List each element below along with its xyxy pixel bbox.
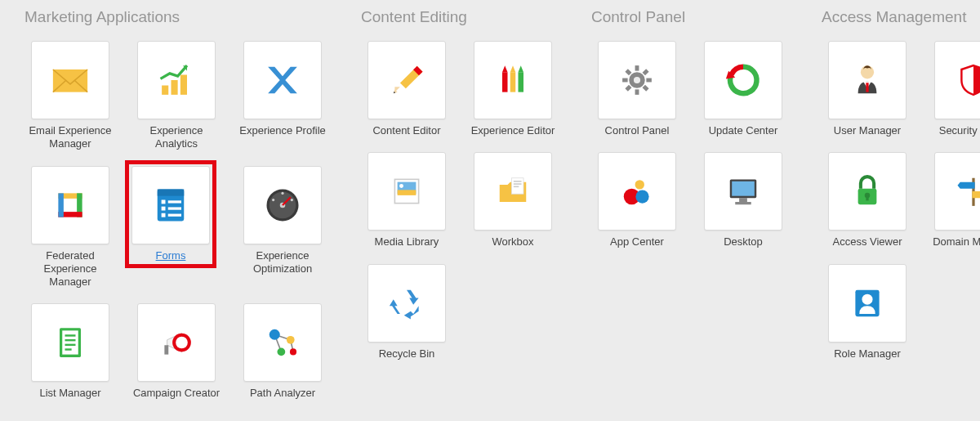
tile-box [598,41,676,119]
tile-desktop[interactable]: Desktop [697,152,789,249]
section-content-editing: Content Editing Content Editor Experienc… [361,8,559,401]
tile-label: Experience Analytics [131,124,222,151]
tile-label: List Manager [39,387,100,400]
svg-rect-13 [162,206,166,210]
tile-label: Federated Experience Manager [24,249,116,289]
tile-experience-optimization[interactable]: Experience Optimization [237,166,328,276]
tile-box [243,166,322,244]
tile-label: Role Manager [834,347,901,361]
tile-campaign-creator[interactable]: Campaign Creator [131,303,222,400]
tile-label: User Manager [834,124,901,137]
tile-label: App Center [610,235,664,249]
svg-rect-49 [519,72,524,92]
section-title-content-editing: Content Editing [361,8,559,26]
tile-box [704,152,782,231]
tile-box [368,264,446,343]
tile-box [474,152,552,231]
section-marketing: Marketing Applications Email Experience … [24,8,328,401]
svg-point-38 [278,348,286,356]
tile-domain-manager[interactable]: Domain Manager [928,152,980,249]
refresh-circle-icon [722,59,764,101]
tile-access-viewer[interactable]: Access Viewer [822,152,913,249]
svg-point-36 [270,329,280,340]
photo-icon [385,170,428,213]
tile-path-analyzer[interactable]: Path Analyzer [237,303,328,400]
svg-rect-75 [739,198,747,202]
svg-rect-62 [635,89,639,95]
svg-rect-64 [646,78,652,83]
svg-rect-12 [168,200,181,203]
tile-box [137,303,216,382]
tile-label: Workbox [492,235,533,249]
tile-label: Forms [156,249,186,262]
tile-user-manager[interactable]: User Manager [822,41,913,137]
tile-security-editor[interactable]: Security Editor [928,41,980,137]
svg-rect-81 [866,195,868,201]
x-profile-icon [261,59,304,101]
grid-control-panel: Control Panel Update Center App Center D… [591,41,789,249]
tile-forms[interactable]: Forms [125,160,216,268]
svg-point-22 [272,198,274,200]
tile-role-manager[interactable]: Role Manager [822,264,913,361]
svg-rect-15 [162,213,166,217]
svg-rect-11 [162,199,166,204]
tile-list-manager[interactable]: List Manager [24,303,116,400]
svg-rect-45 [502,72,508,92]
tile-label: Experience Optimization [237,249,328,276]
tile-box [704,41,782,119]
tile-box [131,166,210,244]
svg-rect-27 [65,339,76,341]
svg-rect-67 [643,69,649,75]
svg-rect-66 [643,85,649,92]
tile-media-library[interactable]: Media Library [361,152,452,249]
svg-point-31 [176,337,188,349]
tile-label: Desktop [724,235,763,249]
tile-experience-editor[interactable]: Experience Editor [467,41,559,137]
tile-control-panel[interactable]: Control Panel [591,41,683,137]
grid-marketing: Email Experience Manager Experience Anal… [24,41,328,401]
tile-box [31,41,109,119]
tile-label: Domain Manager [933,235,980,249]
svg-rect-56 [514,181,522,182]
svg-rect-29 [65,349,72,351]
svg-rect-2 [172,80,178,95]
section-control-panel: Control Panel Control Panel Update Cente… [591,8,789,401]
envelope-icon [49,59,91,101]
svg-rect-8 [58,193,64,217]
tile-email-experience-manager[interactable]: Email Experience Manager [24,41,116,151]
svg-rect-32 [164,346,168,355]
svg-point-54 [399,184,403,188]
forms-icon [149,184,192,226]
tile-experience-profile[interactable]: Experience Profile [237,41,328,137]
tile-workbox[interactable]: Workbox [467,152,559,249]
svg-rect-10 [158,189,185,195]
section-title-access-management: Access Management [822,8,980,26]
svg-rect-16 [168,213,181,216]
tile-content-editor[interactable]: Content Editor [361,41,452,137]
tile-box [828,41,906,119]
svg-rect-53 [398,190,416,196]
svg-point-37 [287,336,295,344]
section-title-marketing: Marketing Applications [24,8,328,26]
svg-point-21 [281,191,283,194]
folder-document-icon [492,170,534,213]
tile-federated-experience-manager[interactable]: Federated Experience Manager [24,166,116,289]
tile-app-center[interactable]: App Center [591,152,683,249]
tile-recycle-bin[interactable]: Recycle Bin [361,264,452,361]
megaphone-icon [155,321,198,364]
user-silhouette-icon [846,282,889,325]
launchpad: Marketing Applications Email Experience … [0,0,980,409]
svg-marker-48 [510,65,516,72]
svg-marker-84 [972,191,980,198]
tile-update-center[interactable]: Update Center [697,41,789,137]
section-title-control-panel: Control Panel [591,8,789,26]
circles-icon [616,170,658,213]
tile-experience-analytics[interactable]: Experience Analytics [131,41,222,151]
svg-rect-28 [65,344,76,346]
tile-label: Access Viewer [832,235,902,249]
user-person-icon [846,59,889,101]
tile-label: Experience Editor [471,124,555,137]
section-access-management: Access Management User Manager Security … [822,8,980,401]
tile-box [137,41,216,119]
federated-square-icon [49,184,91,226]
